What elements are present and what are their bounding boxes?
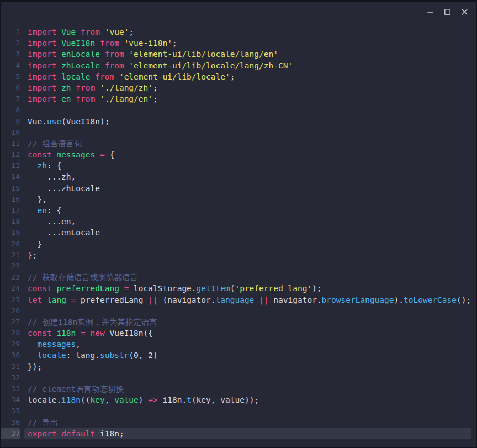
- code-line-text[interactable]: };: [24, 250, 471, 261]
- line-number[interactable]: 12: [1, 149, 20, 160]
- line-number[interactable]: 37: [1, 428, 20, 439]
- code-line-text[interactable]: ...enLocale: [24, 227, 471, 238]
- token-cmt: // 获取存储语言或浏览器语言: [28, 273, 138, 282]
- code-editor[interactable]: 1import Vue from 'vue';2import VueI18n f…: [1, 22, 476, 439]
- code-line-text[interactable]: const i18n = new VueI18n({: [24, 328, 471, 339]
- code-line-text[interactable]: // 创建i18n实例，并为其指定语言: [24, 317, 471, 328]
- close-button[interactable]: [460, 7, 469, 17]
- token-prop: use: [47, 117, 61, 126]
- token-pln: [56, 50, 61, 59]
- line-number[interactable]: 9: [1, 116, 20, 127]
- code-line: 35: [1, 405, 476, 417]
- line-number[interactable]: 21: [1, 250, 20, 261]
- line-number[interactable]: 31: [1, 361, 20, 372]
- line-number[interactable]: 16: [1, 194, 20, 205]
- line-number[interactable]: 29: [1, 339, 20, 350]
- code-line-text[interactable]: [24, 372, 471, 383]
- code-line-text[interactable]: [24, 261, 471, 272]
- line-number[interactable]: 3: [1, 49, 20, 60]
- code-line-text[interactable]: [24, 104, 471, 115]
- line-number[interactable]: 5: [1, 71, 20, 82]
- line-number[interactable]: 4: [1, 60, 20, 71]
- code-line-text[interactable]: let lang = preferredLang || (navigator.l…: [24, 294, 471, 305]
- token-prop: getItem: [197, 284, 230, 293]
- code-line-text[interactable]: ...en,: [24, 216, 471, 227]
- code-line-text[interactable]: import enLocale from 'element-ui/lib/loc…: [24, 49, 471, 60]
- titlebar: [1, 2, 476, 22]
- code-line-text[interactable]: import zhLocale from 'element-ui/lib/loc…: [24, 60, 471, 71]
- code-line-text[interactable]: export default i18n;: [24, 428, 471, 439]
- line-number[interactable]: 1: [1, 27, 20, 38]
- line-number[interactable]: 28: [1, 328, 20, 339]
- line-number[interactable]: 20: [1, 239, 20, 250]
- code-line-text[interactable]: [24, 405, 471, 417]
- token-kw: new: [91, 329, 105, 338]
- line-number[interactable]: 19: [1, 227, 20, 238]
- line-number[interactable]: 27: [1, 317, 20, 328]
- line-number[interactable]: 14: [1, 171, 20, 182]
- token-pln: };: [28, 251, 37, 260]
- code-line-text[interactable]: messages,: [24, 339, 471, 350]
- token-kw: import: [28, 28, 56, 36]
- line-number[interactable]: 36: [1, 417, 20, 428]
- code-line-text[interactable]: // 导出: [24, 417, 471, 428]
- code-line-text[interactable]: const preferredLang = localStorage.getIt…: [24, 283, 471, 294]
- token-kw: =: [100, 150, 105, 159]
- code-line-text[interactable]: import en from './lang/en';: [24, 93, 471, 104]
- token-pln: : lang.: [66, 351, 100, 360]
- line-number[interactable]: 17: [1, 205, 20, 216]
- line-number[interactable]: 33: [1, 383, 20, 394]
- line-number[interactable]: 26: [1, 305, 20, 317]
- code-line-text[interactable]: zh: {: [24, 160, 471, 171]
- code-line-text[interactable]: // 获取存储语言或浏览器语言: [24, 272, 471, 283]
- minimize-button[interactable]: [426, 7, 435, 17]
- token-pln: [86, 329, 91, 338]
- code-line-text[interactable]: const messages = {: [24, 149, 471, 160]
- code-line-text[interactable]: ...zhLocale: [24, 183, 471, 194]
- line-number[interactable]: 32: [1, 372, 20, 383]
- token-pln: [119, 39, 124, 48]
- code-line-text[interactable]: // element语言动态切换: [24, 383, 471, 394]
- code-line-text[interactable]: import VueI18n from 'vue-i18n';: [24, 38, 471, 49]
- code-line-text[interactable]: // 组合语言包: [24, 138, 471, 149]
- code-line-text[interactable]: en: {: [24, 205, 471, 216]
- line-number[interactable]: 8: [1, 104, 20, 115]
- token-pln: : {: [47, 206, 61, 215]
- code-line-text[interactable]: }: [24, 239, 471, 250]
- line-number[interactable]: 22: [1, 261, 20, 272]
- line-number[interactable]: 25: [1, 294, 20, 305]
- code-line-text[interactable]: });: [24, 361, 471, 372]
- maximize-button[interactable]: [443, 7, 452, 17]
- line-number[interactable]: 11: [1, 138, 20, 149]
- line-number[interactable]: 18: [1, 216, 20, 227]
- code-line: 20 }: [1, 239, 476, 250]
- line-number[interactable]: 2: [1, 38, 20, 49]
- code-line-text[interactable]: Vue.use(VueI18n);: [24, 116, 471, 127]
- line-number[interactable]: 30: [1, 350, 20, 361]
- code-line-text[interactable]: import locale from 'element-ui/lib/local…: [24, 71, 471, 82]
- line-number[interactable]: 35: [1, 405, 20, 417]
- code-line: 23// 获取存储语言或浏览器语言: [1, 272, 476, 283]
- code-line-text[interactable]: locale: lang.substr(0, 2): [24, 350, 471, 361]
- line-number[interactable]: 6: [1, 82, 20, 93]
- line-number[interactable]: 15: [1, 183, 20, 194]
- token-kw: from: [100, 39, 119, 48]
- token-pln: [28, 161, 37, 170]
- token-cmt: // 组合语言包: [28, 139, 82, 148]
- line-number[interactable]: 10: [1, 127, 20, 138]
- code-line-text[interactable]: [24, 127, 471, 138]
- code-line-text[interactable]: },: [24, 194, 471, 205]
- code-line-text[interactable]: [24, 305, 471, 317]
- line-number[interactable]: 7: [1, 93, 20, 104]
- line-number[interactable]: 23: [1, 272, 20, 283]
- line-number[interactable]: 24: [1, 283, 20, 294]
- token-pln: i18n.: [158, 396, 187, 404]
- token-id: enLocale: [61, 50, 100, 59]
- token-str: 'element-ui/lib/locale/lang/zh-CN': [129, 61, 293, 70]
- line-number[interactable]: 34: [1, 394, 20, 405]
- code-line-text[interactable]: locale.i18n((key, value) => i18n.t(key, …: [24, 394, 471, 405]
- code-line-text[interactable]: import zh from './lang/zh';: [24, 82, 471, 93]
- code-line-text[interactable]: import Vue from 'vue';: [24, 27, 471, 38]
- code-line-text[interactable]: ...zh,: [24, 171, 471, 182]
- line-number[interactable]: 13: [1, 160, 20, 171]
